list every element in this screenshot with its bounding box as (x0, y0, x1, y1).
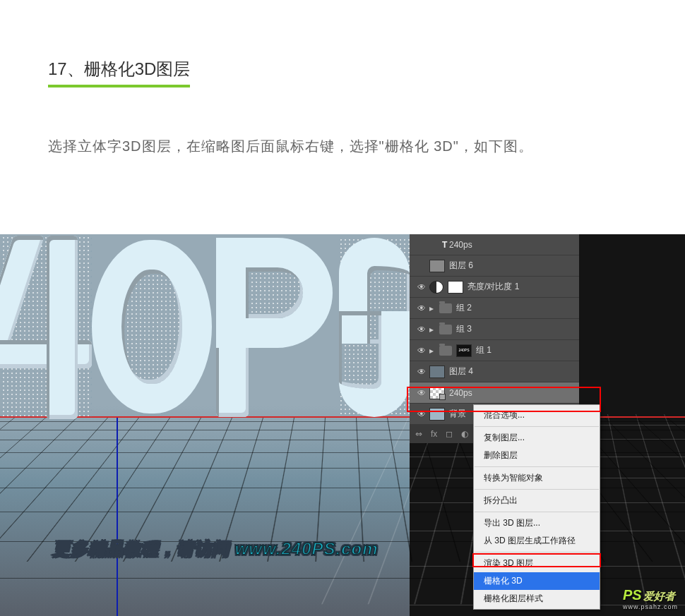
disclosure-icon[interactable]: ▸ (429, 346, 438, 356)
menu-duplicate-layer[interactable]: 复制图层... (474, 429, 600, 447)
add-mask-icon[interactable]: ◻ (446, 429, 453, 439)
step-body: 选择立体字3D图层，在缩略图后面鼠标右键，选择"栅格化 3D"，如下图。 (48, 130, 637, 162)
promo-text: 更多精品教程，请访问 www.240PS.com (53, 538, 379, 560)
adjustment-icon (429, 281, 443, 294)
layer-thumbnail-3d (429, 387, 445, 399)
layer-row-group1[interactable]: 👁 ▸ 组 1 (410, 340, 579, 361)
layer-label: 组 3 (456, 323, 472, 335)
layer-label: 亮度/对比度 1 (467, 281, 519, 293)
menu-generate-workpath[interactable]: 从 3D 图层生成工作路径 (474, 532, 600, 550)
folder-icon (439, 325, 452, 334)
layer-thumbnail (429, 408, 445, 421)
promo-url: www.240PS.com (235, 539, 379, 558)
menu-rasterize-3d[interactable]: 栅格化 3D (474, 572, 600, 590)
adjustment-layer-icon[interactable]: ◐ (461, 429, 468, 439)
photoshop-screenshot: T 240ps 图层 6 👁 亮度/对比度 1 👁 ▸ 组 2 👁 ▸ 组 3 (0, 234, 685, 616)
menu-separator (475, 512, 599, 512)
menu-rasterize-layer-style[interactable]: 栅格化图层样式 (474, 590, 600, 608)
menu-split-extrusion[interactable]: 拆分凸出 (474, 492, 600, 509)
folder-icon (439, 303, 452, 313)
watermark-brand: PS (623, 587, 642, 603)
visibility-icon[interactable]: 👁 (414, 367, 429, 377)
watermark-subtext: www.psahz.com (623, 603, 678, 610)
folder-icon (439, 346, 452, 356)
visibility-icon[interactable]: 👁 (414, 303, 429, 313)
menu-delete-layer[interactable]: 删除图层 (474, 447, 600, 464)
layer-row-group2[interactable]: 👁 ▸ 组 2 (410, 298, 579, 319)
promo-prefix: 更多精品教程，请访问 (53, 539, 230, 558)
layer-mask-thumbnail (448, 281, 463, 294)
disclosure-icon[interactable]: ▸ (429, 303, 438, 313)
menu-render-3d-layer[interactable]: 渲染 3D 图层 (474, 555, 600, 572)
layer-row-layer4[interactable]: 👁 图层 4 (410, 361, 579, 382)
layer-row-240ps-3d[interactable]: 👁 240ps (410, 382, 579, 404)
visibility-icon[interactable]: 👁 (414, 325, 429, 334)
layer-thumbnail (429, 260, 445, 272)
menu-blending-options[interactable]: 混合选项... (474, 406, 600, 424)
menu-separator (475, 426, 599, 427)
watermark: PS爱好者 www.psahz.com (623, 587, 678, 610)
visibility-icon[interactable]: 👁 (414, 409, 429, 419)
glyph-p (216, 238, 336, 417)
visibility-icon[interactable]: 👁 (414, 346, 429, 356)
visibility-icon[interactable]: 👁 (414, 282, 429, 292)
type-layer-icon: T (429, 240, 445, 250)
layer-label: 240ps (449, 388, 472, 398)
layer-thumbnail (429, 366, 445, 378)
menu-separator (475, 489, 599, 490)
layer-row-brightness[interactable]: 👁 亮度/对比度 1 (410, 277, 579, 298)
step-heading: 17、栅格化3D图层 (48, 58, 190, 87)
layer-label: 图层 6 (449, 260, 473, 272)
layer-row-layer6[interactable]: 图层 6 (410, 255, 579, 277)
watermark-text: 爱好者 (643, 590, 675, 602)
layer-mask-thumbnail (456, 344, 472, 357)
layer-label: 背景 (449, 408, 466, 420)
layer-fx-icon[interactable]: fx (431, 429, 437, 439)
layer-row-group3[interactable]: 👁 ▸ 组 3 (410, 319, 579, 340)
3d-badge-icon (439, 394, 446, 400)
glyph-s (339, 238, 410, 417)
layer-context-menu: 混合选项... 复制图层... 删除图层 转换为智能对象 拆分凸出 导出 3D … (473, 404, 600, 610)
menu-separator (475, 552, 599, 552)
menu-export-3d-layer[interactable]: 导出 3D 图层... (474, 514, 600, 532)
link-layers-icon[interactable]: ⇔ (415, 429, 422, 439)
layer-label: 图层 4 (449, 366, 473, 378)
menu-separator (475, 466, 599, 467)
glyph-0 (92, 240, 212, 413)
visibility-icon[interactable]: 👁 (414, 388, 429, 398)
layer-label: 组 1 (476, 344, 492, 356)
menu-convert-smart-object[interactable]: 转换为智能对象 (474, 469, 600, 487)
disclosure-icon[interactable]: ▸ (429, 325, 438, 334)
layer-label: 240ps (449, 240, 472, 250)
glyph-4 (0, 236, 92, 419)
layer-row-text-240ps[interactable]: T 240ps (410, 234, 579, 255)
axis-z-blue (117, 418, 118, 616)
layer-label: 组 2 (456, 302, 472, 314)
